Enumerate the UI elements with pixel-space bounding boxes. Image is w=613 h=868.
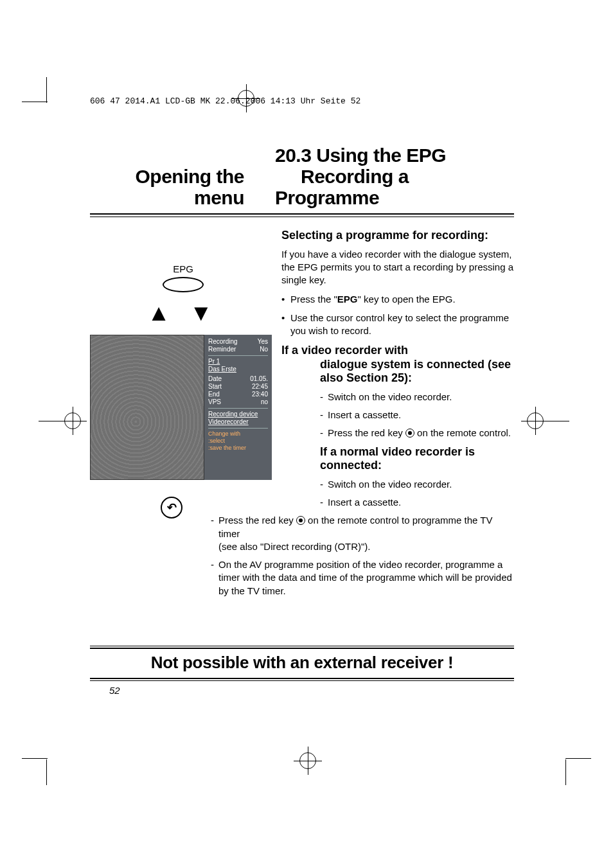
epg-key-icon xyxy=(163,277,204,292)
footer-banner: Not possible with an external receiver ! xyxy=(90,646,514,681)
intro-paragraph: If you have a video recorder with the di… xyxy=(281,248,514,287)
title-line-2: Recording a Programme xyxy=(275,166,409,208)
step-insert-cassette-2: Insert a cassette. xyxy=(320,496,514,509)
osd-panel: RecordingYes ReminderNo Pr 1 Das Erste D… xyxy=(204,335,272,480)
step-av-timer: On the AV programme position of the vide… xyxy=(211,558,514,598)
registration-mark-icon xyxy=(238,90,254,107)
tv-preview-image xyxy=(90,335,204,480)
right-text-column: Selecting a programme for recording: If … xyxy=(276,229,514,603)
left-section-title: Opening the menu xyxy=(90,166,244,208)
record-key-icon xyxy=(405,429,414,438)
footer-text: Not possible with an external receiver ! xyxy=(90,649,514,677)
epg-key-label: EPG xyxy=(90,263,276,274)
page-number: 52 xyxy=(109,685,120,696)
bullet-press-epg: Press the "EPG" key to open the EPG. xyxy=(281,293,514,306)
bullet-cursor-select: Use the cursor control key to select the… xyxy=(281,312,514,338)
registration-mark-icon xyxy=(299,752,316,769)
subheading-vcr-normal: If a normal video recorder is connected: xyxy=(281,445,514,473)
registration-mark-icon xyxy=(527,412,544,429)
step-switch-on-2: Switch on the video recorder. xyxy=(320,478,514,491)
step-press-red-1: Press the red key on the remote control. xyxy=(320,427,514,439)
right-section-title: 20.3 Using the EPG Recording a Programme xyxy=(244,145,514,208)
registration-mark-icon xyxy=(64,412,81,429)
page-content: Opening the menu 20.3 Using the EPG Reco… xyxy=(90,145,514,603)
step-switch-on-1: Switch on the video recorder. xyxy=(320,391,514,403)
back-icon: ↶ xyxy=(161,497,182,518)
step-insert-cassette-1: Insert a cassette. xyxy=(320,409,514,421)
print-header: 606 47 2014.A1 LCD-GB MK 22.06.2006 14:1… xyxy=(90,96,360,106)
subheading-vcr-dialogue: If a video recorder with dialogue system… xyxy=(281,344,514,385)
subheading-selecting: Selecting a programme for recording: xyxy=(281,229,514,243)
title-line-1: 20.3 Using the EPG xyxy=(275,145,446,166)
up-down-arrows-icon: ▲ ▼ xyxy=(90,301,276,324)
step-press-red-2: Press the red key on the remote control … xyxy=(211,514,514,553)
record-key-icon xyxy=(296,516,305,525)
